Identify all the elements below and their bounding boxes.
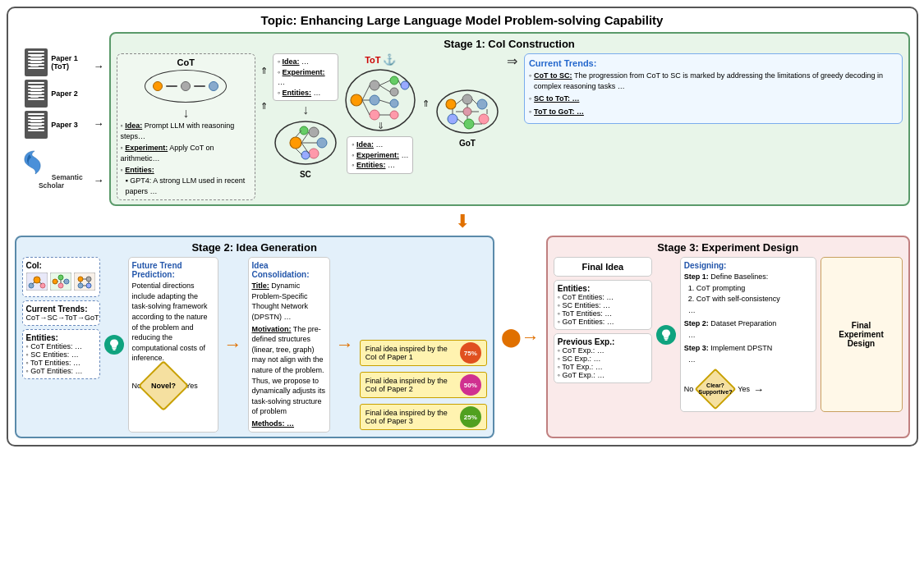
future-trend-box: Future Trend Prediction: Potential direc…	[128, 257, 218, 433]
stage2-current-trends-value: CoT→SC→ToT→GoT	[26, 314, 96, 322]
tot-label: ToT	[365, 55, 380, 65]
tot-got-arrows: ⇑	[422, 53, 430, 109]
paper3-icon	[25, 111, 48, 139]
idea-text-1: Final idea inspired by the CoI of Paper …	[365, 345, 460, 361]
paper1-icon	[25, 48, 48, 76]
cot-oval	[145, 70, 227, 103]
stage2-entities-box: Entities: ◦ CoT Entities: … ◦ SC Entitie…	[22, 329, 100, 379]
info-box-1: ◦ Idea: … ◦ Experiment: … ◦ Entities: …	[273, 53, 338, 101]
svg-line-26	[296, 149, 302, 155]
s3-entity-tot: ◦ ToT Entities: …	[558, 309, 648, 318]
main-title: Topic: Enhancing Large Language Model Pr…	[15, 13, 910, 27]
stage2-entities-list: ◦ CoT Entities: … ◦ SC Entities: … ◦ ToT…	[26, 342, 96, 375]
main-container: Topic: Enhancing Large Language Model Pr…	[7, 7, 918, 446]
cot-label: CoT	[121, 57, 251, 67]
stage3-entities-list: ◦ CoT Entities: … ◦ SC Entities: … ◦ ToT…	[558, 293, 648, 326]
sc-graph-svg	[273, 119, 338, 167]
svg-rect-2	[30, 58, 42, 60]
trends-title: Current Trends:	[529, 58, 898, 68]
cot-desc: ◦ Idea: Prompt LLM with reasoning steps……	[121, 121, 251, 196]
cot-node-orange	[153, 81, 163, 91]
cot-area: CoT ↓ ◦ Idea: Prompt LLM with reasoning …	[117, 53, 255, 200]
s3-exp-tot: ◦ ToT Exp.: …	[558, 363, 648, 371]
s3-exp-cot: ◦ CoT Exp.: …	[558, 346, 648, 355]
coi-label: CoI:	[26, 261, 96, 270]
svg-rect-11	[30, 117, 42, 119]
future-trend-text: Potential directions include adapting th…	[132, 281, 214, 364]
svg-point-49	[477, 99, 487, 109]
svg-rect-12	[30, 121, 42, 122]
designing-content: Step 1: Define Baselines: 1. CoT prompti…	[684, 272, 812, 365]
motivation-label: Motivation:	[252, 325, 292, 333]
svg-point-36	[401, 81, 409, 89]
svg-rect-89	[664, 337, 668, 339]
stage2-entities-label: Entities:	[26, 333, 96, 342]
cot-node-gray	[181, 81, 191, 91]
svg-point-29	[370, 80, 379, 90]
clear-area: No Clear?Supportive? Yes →	[684, 370, 812, 408]
svg-point-34	[390, 99, 398, 108]
svg-line-25	[296, 131, 301, 137]
stage1-stage2-arrow: ⬇	[15, 211, 910, 232]
stage3-inner: Final Idea Entities: ◦ CoT Entities: … ◦…	[554, 257, 903, 412]
stage3-title: Stage 3: Experiment Design	[554, 241, 903, 254]
stage1-box: Stage 1: CoI Construction CoT ↓	[109, 32, 910, 206]
novel-diamond-container: Novel?	[145, 367, 182, 405]
paper-arrows: → → →	[94, 32, 104, 206]
s3-entity-cot: ◦ CoT Entities: …	[558, 293, 648, 301]
future-trend-title: Future Trend Prediction:	[132, 261, 214, 279]
stage2-title: Stage 2: Idea Generation	[22, 241, 487, 254]
svg-line-39	[362, 100, 370, 115]
entity-sc: ◦ SC Entities: …	[26, 350, 96, 359]
svg-point-51	[464, 119, 474, 129]
s3-right-arrow: →	[753, 383, 764, 396]
svg-rect-6	[30, 86, 42, 88]
s3-entity-sc: ◦ SC Entities: …	[558, 301, 648, 309]
idea-row-3: Final idea inspired by the CoI of Paper …	[360, 404, 487, 430]
svg-line-55	[472, 99, 477, 104]
cot-node-blue	[209, 81, 218, 91]
entity-tot: ◦ ToT Entities: …	[26, 359, 96, 367]
tot-tree-container: ⇓	[343, 67, 417, 135]
paper3-item: Paper 3	[25, 111, 78, 139]
prev-exp-list: ◦ CoT Exp.: … ◦ SC Exp.: … ◦ ToT Exp.: ……	[558, 346, 648, 379]
svg-line-37	[362, 85, 370, 100]
idea-consol-box: Idea Consolidation: Title: Dynamic Probl…	[248, 257, 330, 433]
methods-label: Methods: …	[252, 419, 295, 428]
svg-rect-78	[74, 272, 95, 291]
svg-rect-13	[30, 124, 42, 126]
entity-cot: ◦ CoT Entities: …	[26, 342, 96, 350]
stage2-box: Stage 2: Idea Generation CoI:	[15, 236, 494, 438]
svg-point-80	[86, 277, 91, 282]
svg-point-65	[34, 277, 40, 283]
idea-consol-title: Idea Consolidation:	[252, 261, 326, 279]
svg-point-81	[78, 283, 83, 288]
paper1-label: Paper 1(ToT)	[51, 54, 78, 71]
novel-area: No Novel? Yes	[132, 367, 214, 405]
svg-point-17	[309, 127, 319, 137]
bottom-section: Stage 2: Idea Generation CoI:	[15, 236, 910, 438]
s3-exp-sc: ◦ SC Exp.: …	[558, 355, 648, 363]
pct-badge-3: 25%	[460, 406, 481, 428]
top-section: Paper 1(ToT) Paper 2	[15, 32, 910, 206]
entity-got: ◦ GoT Entities: …	[26, 367, 96, 375]
designing-title: Designing:	[684, 261, 812, 270]
step1-text: Step 1: Define Baselines: 1. CoT prompti…	[684, 272, 812, 316]
svg-point-72	[58, 275, 63, 280]
gpt-icon-stage2	[104, 257, 124, 433]
final-exp-box: FinalExperimentDesign	[821, 257, 903, 412]
cot-sc-arrows: ⇑ ⇑	[260, 53, 268, 112]
cot-down-arrow: ↓	[121, 106, 251, 121]
svg-line-54	[456, 99, 462, 104]
svg-line-41	[379, 85, 390, 92]
idea-consol-content: Title: Dynamic Problem-Specific Thought …	[252, 281, 326, 428]
semantic-scholar-icon	[20, 148, 49, 177]
svg-point-52	[448, 114, 457, 124]
coi-graph2-icon	[50, 272, 71, 291]
stage2-current-trends-label: Current Trends:	[26, 305, 96, 314]
svg-point-66	[29, 283, 34, 288]
idea-text-2: Final idea inspired by the CoI of Paper …	[365, 377, 460, 393]
paper2-item: Paper 2	[25, 80, 78, 108]
svg-line-44	[398, 80, 401, 85]
sc-label: SC	[300, 170, 311, 179]
